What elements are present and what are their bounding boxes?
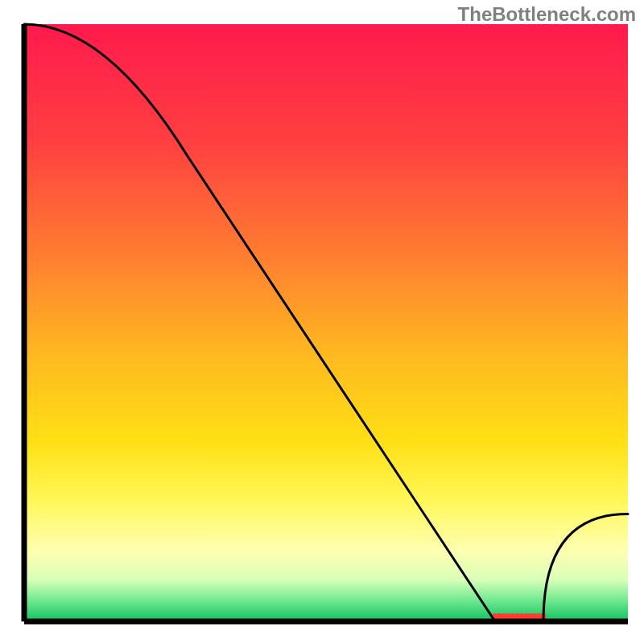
plot-gradient-background: [24, 24, 628, 621]
watermark-text: TheBottleneck.com: [458, 3, 636, 26]
bottleneck-curve-chart: [0, 0, 644, 644]
chart-stage: TheBottleneck.com: [0, 0, 644, 644]
